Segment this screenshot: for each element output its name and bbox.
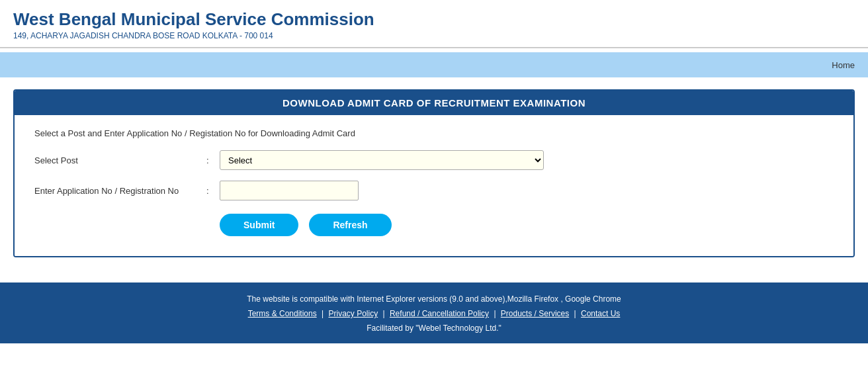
org-subtitle: 149, ACHARYA JAGADISH CHANDRA BOSE ROAD … xyxy=(13,31,855,40)
page-header: West Bengal Municipal Service Commission… xyxy=(0,0,868,48)
footer-compat-text: The website is compatible with Internet … xyxy=(13,294,855,304)
separator-1: | xyxy=(322,309,326,318)
app-no-input[interactable] xyxy=(220,181,359,200)
select-post-colon: : xyxy=(206,155,220,165)
products-link[interactable]: Products / Services xyxy=(501,309,569,318)
refresh-button[interactable]: Refresh xyxy=(309,214,391,236)
button-row: Submit Refresh xyxy=(34,214,834,236)
main-content: DOWNLOAD ADMIT CARD OF RECRUITMENT EXAMI… xyxy=(0,77,868,269)
contact-link[interactable]: Contact Us xyxy=(581,309,620,318)
select-post-dropdown[interactable]: Select xyxy=(220,150,544,170)
admit-card-form-card: DOWNLOAD ADMIT CARD OF RECRUITMENT EXAMI… xyxy=(13,89,855,257)
card-header: DOWNLOAD ADMIT CARD OF RECRUITMENT EXAMI… xyxy=(15,91,853,115)
privacy-link[interactable]: Privacy Policy xyxy=(328,309,378,318)
select-post-label: Select Post xyxy=(34,155,206,165)
terms-link[interactable]: Terms & Conditions xyxy=(248,309,317,318)
page-footer: The website is compatible with Internet … xyxy=(0,282,868,343)
card-body: Select a Post and Enter Application No /… xyxy=(15,115,853,256)
navbar: Home xyxy=(0,52,868,77)
app-no-label: Enter Application No / Registration No xyxy=(34,186,206,196)
org-title: West Bengal Municipal Service Commission xyxy=(13,9,855,30)
form-description: Select a Post and Enter Application No /… xyxy=(34,128,834,138)
separator-3: | xyxy=(494,309,498,318)
nav-home-link[interactable]: Home xyxy=(832,60,855,70)
app-no-row: Enter Application No / Registration No : xyxy=(34,181,834,200)
footer-facilitated: Facilitated by "Webel Technology Ltd." xyxy=(13,324,855,333)
separator-2: | xyxy=(383,309,387,318)
refund-link[interactable]: Refund / Cancellation Policy xyxy=(390,309,489,318)
footer-links: Terms & Conditions | Privacy Policy | Re… xyxy=(13,309,855,318)
submit-button[interactable]: Submit xyxy=(220,214,298,236)
app-no-colon: : xyxy=(206,186,220,196)
separator-4: | xyxy=(574,309,578,318)
select-post-row: Select Post : Select xyxy=(34,150,834,170)
